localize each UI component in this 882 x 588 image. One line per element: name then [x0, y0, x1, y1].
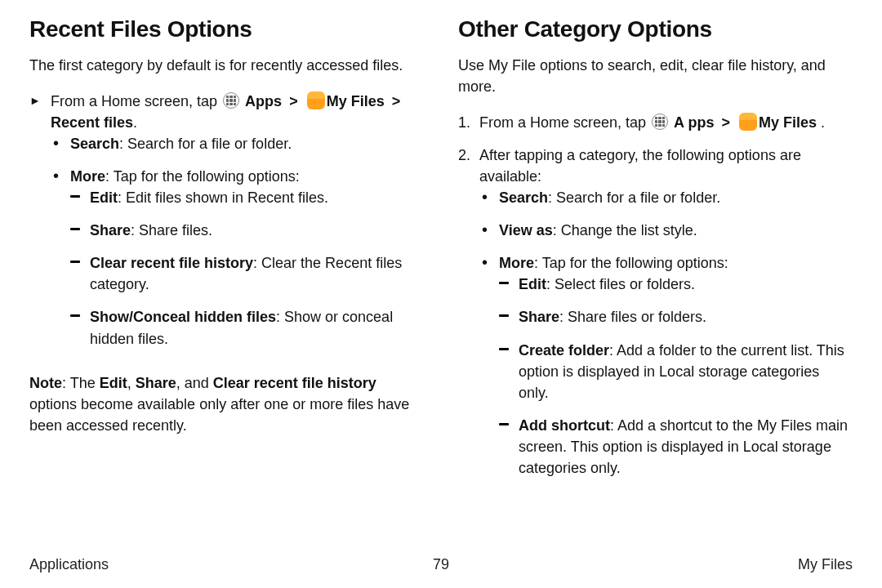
text: Clear recent file history: [213, 375, 376, 391]
desc: : Tap for the following options:: [105, 168, 300, 185]
step-1: 1. From a Home screen, tap A pps > My Fi…: [458, 112, 853, 133]
desc: : Edit files shown in Recent files.: [118, 189, 328, 206]
right-bullets: Search: Search for a file or folder. Vie…: [479, 187, 853, 479]
right-numbered-list: 1. From a Home screen, tap A pps > My Fi…: [458, 112, 853, 490]
chevron-icon: >: [721, 114, 730, 131]
text: ,: [127, 375, 136, 391]
label: Edit: [90, 189, 118, 206]
label: Search: [70, 136, 119, 152]
desc: : Select files or folders.: [546, 276, 695, 292]
apps-label: Apps: [245, 93, 282, 109]
label: Clear recent file history: [90, 255, 253, 271]
label: Edit: [519, 276, 546, 292]
myfiles-label: My Files: [759, 114, 817, 131]
footer-right: My Files: [449, 556, 853, 573]
manual-page: Recent Files Options The first category …: [0, 0, 882, 588]
label: View as: [499, 222, 553, 238]
text: : The: [62, 375, 100, 391]
left-column: Recent Files Options The first category …: [29, 13, 424, 551]
page-number: 79: [433, 556, 449, 573]
dash-share: Share: Share files.: [70, 220, 424, 241]
note-label: Note: [29, 375, 62, 391]
bullet-search: Search: Search for a file or folder.: [51, 133, 424, 154]
left-step-content: From a Home screen, tap Apps > My Files …: [51, 91, 424, 361]
dash-edit: Edit: Edit files shown in Recent files.: [70, 187, 424, 208]
text: .: [133, 114, 137, 131]
apps-label: A pps: [674, 114, 714, 131]
label: Share: [90, 222, 131, 238]
label: More: [499, 255, 534, 271]
text: options become available only after one …: [29, 396, 409, 434]
myfiles-label: My Files: [327, 93, 385, 109]
desc: : Share files.: [131, 222, 212, 238]
left-intro: The first category by default is for rec…: [29, 55, 424, 76]
desc: : Search for a file or folder.: [548, 189, 720, 206]
bullet-view-as: View as: Change the list style.: [479, 220, 853, 241]
dash-show-hidden: Show/Conceal hidden files: Show or conce…: [70, 306, 424, 349]
footer-left: Applications: [29, 556, 433, 573]
text: Edit: [100, 375, 127, 391]
desc: : Share files or folders.: [559, 309, 706, 325]
recent-files-label: Recent files: [51, 114, 133, 131]
left-main-step: From a Home screen, tap Apps > My Files …: [29, 91, 424, 361]
desc: : Change the list style.: [553, 222, 697, 238]
right-intro: Use My File options to search, edit, cle…: [458, 55, 853, 97]
apps-grid-icon: [223, 92, 239, 109]
number-marker: 1.: [458, 112, 479, 133]
bullet-more: More: Tap for the following options: Edi…: [51, 166, 424, 350]
step-2: 2. After tapping a category, the followi…: [458, 145, 853, 490]
triangle-bullet-icon: [29, 91, 51, 112]
text: After tapping a category, the following …: [479, 147, 801, 185]
bullet-search: Search: Search for a file or folder.: [479, 187, 853, 208]
apps-grid-icon: [652, 114, 668, 130]
heading-recent-files-options: Recent Files Options: [29, 13, 424, 47]
text: From a Home screen, tap: [51, 93, 217, 109]
label: More: [70, 168, 105, 185]
desc: : Search for a file or folder.: [119, 136, 292, 152]
dash-share: Share: Share files or folders.: [499, 306, 853, 327]
step-2-content: After tapping a category, the following …: [479, 145, 853, 490]
bullet-more: More: Tap for the following options: Edi…: [479, 252, 853, 479]
text: .: [817, 114, 825, 131]
chevron-icon: >: [289, 93, 298, 109]
left-more-sublist: Edit: Edit files shown in Recent files. …: [70, 187, 424, 350]
text: , and: [176, 375, 213, 391]
my-files-folder-icon: [739, 113, 757, 131]
desc: : Tap for the following options:: [534, 255, 728, 271]
number-marker: 2.: [458, 145, 479, 490]
label: Share: [519, 309, 559, 325]
step-1-content: From a Home screen, tap A pps > My Files…: [479, 112, 853, 133]
text: Share: [136, 375, 176, 391]
right-column: Other Category Options Use My File optio…: [458, 13, 853, 551]
right-more-sublist: Edit: Select files or folders. Share: Sh…: [499, 274, 853, 479]
text: From a Home screen, tap: [479, 114, 646, 131]
dash-clear-history: Clear recent file history: Clear the Rec…: [70, 252, 424, 295]
two-column-layout: Recent Files Options The first category …: [29, 13, 853, 551]
dash-add-shortcut: Add shortcut: Add a shortcut to the My F…: [499, 415, 853, 479]
chevron-icon: >: [392, 93, 401, 109]
left-bullets: Search: Search for a file or folder. Mor…: [51, 133, 424, 350]
dash-create-folder: Create folder: Add a folder to the curre…: [499, 340, 853, 403]
heading-other-category-options: Other Category Options: [458, 13, 853, 47]
label: Search: [499, 189, 548, 206]
label: Add shortcut: [519, 417, 610, 434]
left-note: Note: The Edit, Share, and Clear recent …: [29, 372, 424, 436]
page-footer: Applications 79 My Files: [29, 551, 853, 588]
my-files-folder-icon: [307, 91, 325, 109]
label: Show/Conceal hidden files: [90, 309, 276, 325]
label: Create folder: [519, 342, 609, 359]
dash-edit: Edit: Select files or folders.: [499, 274, 853, 295]
